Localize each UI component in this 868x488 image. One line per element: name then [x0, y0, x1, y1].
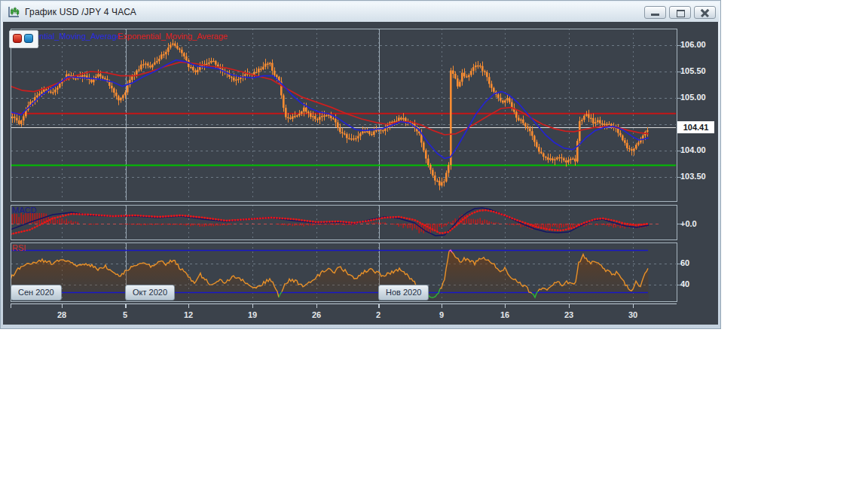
month-marker-label: Окт 2020	[125, 285, 175, 300]
date-tick-label: 2	[376, 310, 381, 319]
month-marker-label: Нов 2020	[378, 285, 429, 300]
chart-canvas[interactable]	[0, 0, 721, 329]
legend-ema-slow-label: Exponential_Moving_Average	[118, 32, 228, 41]
date-tick-label: 26	[312, 310, 321, 319]
legend-red-swatch[interactable]	[13, 34, 22, 43]
macd-value-label: +0.0	[680, 219, 697, 228]
price-tick-label: 103.50	[680, 172, 706, 181]
legend-color-box	[9, 30, 38, 48]
date-tick-label: 12	[184, 310, 193, 319]
date-tick-label: 19	[248, 310, 257, 319]
date-tick-label: 30	[628, 310, 637, 319]
rsi-tick-label: 40	[680, 279, 689, 288]
date-tick-label: 23	[564, 310, 573, 319]
price-tick-label: 105.00	[680, 93, 706, 102]
date-tick-label: 16	[500, 310, 509, 319]
rsi-label: RSI	[12, 243, 26, 252]
date-tick-label: 9	[439, 310, 444, 319]
rsi-tick-label: 60	[680, 258, 689, 267]
price-tick-label: 105.50	[680, 66, 706, 75]
date-tick-label: 5	[123, 310, 127, 319]
legend-blue-swatch[interactable]	[24, 34, 33, 43]
desktop: График USD /JPY 4 ЧАСА Exponential_Movin…	[0, 0, 868, 488]
month-marker-label: Сен 2020	[11, 285, 62, 300]
price-tick-label: 106.00	[680, 40, 706, 49]
price-tick-label: 104.00	[680, 145, 706, 154]
macd-label: MACD	[12, 206, 36, 215]
current-price-tag: 104.41	[677, 121, 714, 133]
date-tick-label: 28	[57, 310, 66, 319]
